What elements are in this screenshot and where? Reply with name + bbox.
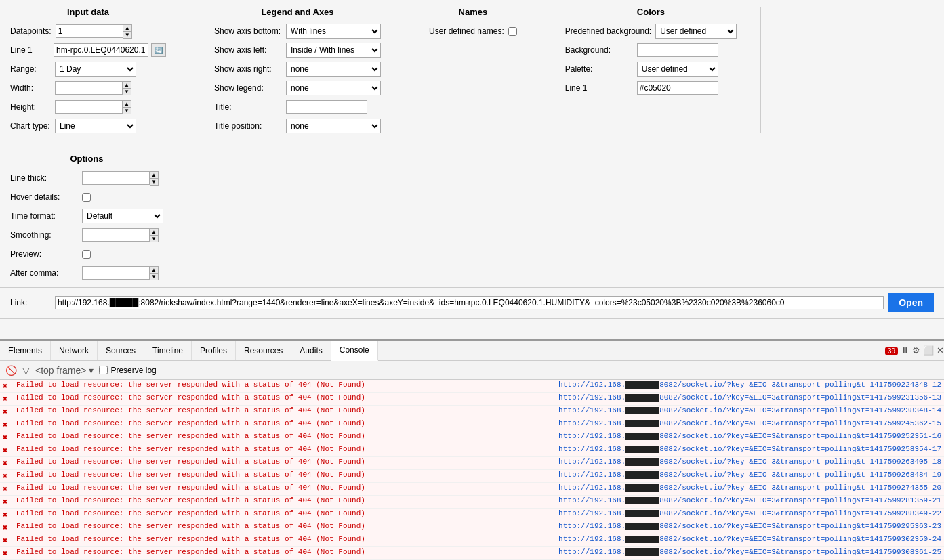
smoothing-spinner[interactable]: ▲▼ [150, 228, 159, 242]
after-comma-row: After comma: ▲▼ [10, 265, 163, 280]
predefined-bg-label: Predefined background: [565, 26, 651, 36]
colors-title: Colors [565, 7, 737, 17]
devtools-tab-icons: 39 ⏸ ⚙ ⬜ ✕ [885, 345, 944, 356]
after-comma-input[interactable] [82, 266, 150, 280]
datapoints-row: Datapoints: ▲▼ [10, 24, 166, 39]
title-position-select[interactable]: none left right center [286, 119, 381, 133]
hover-details-checkbox[interactable] [82, 193, 91, 202]
top-frame-selector[interactable]: <top frame> ▾ [35, 365, 94, 376]
devtools-tab-bar: Elements Network Sources Timeline Profil… [0, 341, 944, 361]
console-msg-8: Failed to load resource: the server resp… [16, 471, 554, 479]
tab-network[interactable]: Network [51, 341, 98, 360]
line-thick-spinner[interactable]: ▲▼ [150, 171, 159, 186]
predefined-bg-select[interactable]: User defined White Dark [655, 24, 737, 39]
title-row: Title: [214, 100, 381, 114]
datapoints-input[interactable] [56, 24, 123, 38]
height-input-wrapper: ▲▼ [55, 100, 131, 114]
open-button[interactable]: Open [888, 293, 934, 312]
tab-elements[interactable]: Elements [0, 341, 51, 360]
preserve-log-checkbox[interactable] [99, 366, 108, 374]
show-legend-row: Show legend: none top bottom [214, 81, 381, 95]
background-input[interactable] [637, 43, 718, 57]
tab-resources[interactable]: Resources [236, 341, 291, 360]
time-format-select[interactable]: Default HH:mm DD.MM HH:mm [82, 209, 163, 223]
legend-axes-title: Legend and Axes [214, 7, 381, 17]
width-input[interactable] [55, 81, 123, 95]
show-axis-right-label: Show axis right: [214, 64, 282, 74]
height-label: Height: [10, 102, 51, 112]
palette-select[interactable]: User defined [637, 62, 718, 77]
tab-audits[interactable]: Audits [291, 341, 331, 360]
tab-profiles[interactable]: Profiles [192, 341, 236, 360]
error-icon-2: ✖ [3, 394, 12, 404]
smoothing-wrapper: ▲▼ [82, 228, 159, 242]
hover-details-label: Hover details: [10, 192, 78, 202]
background-row: Background: [565, 43, 737, 58]
link-bar: Link: Open [0, 288, 944, 319]
toolbar-stop-icon[interactable]: 🚫 [5, 365, 17, 376]
line1-color-label: Line 1 [565, 83, 633, 93]
console-url-7: http://192.168.8082/socket.io/?key=&EIO=… [558, 458, 941, 466]
console-content[interactable]: ✖ Failed to load resource: the server re… [0, 380, 944, 560]
height-spinner[interactable]: ▲▼ [123, 100, 131, 114]
console-msg-9: Failed to load resource: the server resp… [16, 483, 554, 492]
input-data-section: Input data Datapoints: ▲▼ Line 1 🔄 Range… [10, 7, 166, 133]
console-msg-5: Failed to load resource: the server resp… [16, 432, 554, 440]
names-title: Names [429, 7, 517, 17]
preview-row: Preview: [10, 246, 163, 261]
chart-title-input[interactable] [286, 100, 367, 114]
show-axis-left-label: Show axis left: [214, 45, 282, 55]
show-axis-right-row: Show axis right: none With lines Without… [214, 62, 381, 77]
error-icon-11: ✖ [3, 510, 12, 520]
line1-icon-btn[interactable]: 🔄 [151, 43, 166, 57]
charttype-row: Chart type: Line Bar [10, 119, 166, 133]
redacted-12 [625, 523, 659, 530]
console-url-11: http://192.168.8082/socket.io/?key=&EIO=… [558, 509, 941, 517]
show-legend-select[interactable]: none top bottom [286, 81, 381, 95]
console-msg-6: Failed to load resource: the server resp… [16, 445, 554, 453]
console-msg-4: Failed to load resource: the server resp… [16, 419, 554, 427]
devtools-gear-icon[interactable]: ⚙ [912, 345, 920, 356]
line1-color-input[interactable] [637, 81, 718, 95]
line-thick-label: Line thick: [10, 173, 78, 183]
devtools-panel: Elements Network Sources Timeline Profil… [0, 339, 944, 560]
link-input[interactable] [55, 296, 884, 309]
console-error-row-4: ✖ Failed to load resource: the server re… [0, 418, 944, 431]
tab-timeline[interactable]: Timeline [144, 341, 192, 360]
palette-row: Palette: User defined [565, 62, 737, 77]
colors-section: Colors Predefined background: User defin… [565, 7, 737, 133]
devtools-dock-icon[interactable]: ⬜ [923, 345, 934, 356]
console-url-2: http://192.168.8082/socket.io/?key=&EIO=… [558, 393, 941, 402]
show-axis-bottom-select[interactable]: none With lines Without lines [286, 24, 381, 39]
line1-input[interactable] [54, 43, 148, 57]
datapoints-spinner[interactable]: ▲▼ [123, 24, 132, 39]
devtools-pause-icon[interactable]: ⏸ [901, 345, 909, 356]
range-select[interactable]: 1 Day 1 Week 1 Month [55, 62, 136, 77]
tab-sources[interactable]: Sources [98, 341, 144, 360]
after-comma-spinner[interactable]: ▲▼ [150, 266, 159, 280]
console-msg-7: Failed to load resource: the server resp… [16, 458, 554, 466]
console-url-13: http://192.168.8082/socket.io/?key=&EIO=… [558, 535, 941, 543]
user-defined-names-checkbox[interactable] [508, 27, 517, 36]
show-axis-left-select[interactable]: none Inside / With lines Inside / Withou… [286, 43, 381, 58]
error-icon-7: ✖ [3, 458, 12, 469]
line-thick-input[interactable] [82, 171, 150, 185]
names-section: Names User defined names: [429, 7, 517, 133]
charttype-select[interactable]: Line Bar [55, 119, 136, 133]
toolbar-filter-icon[interactable]: ▽ [22, 365, 30, 376]
console-url-6: http://192.168.8082/socket.io/?key=&EIO=… [558, 445, 941, 453]
smoothing-input[interactable] [82, 228, 150, 242]
legend-axes-section: Legend and Axes Show axis bottom: none W… [214, 7, 381, 133]
width-spinner[interactable]: ▲▼ [123, 81, 131, 95]
user-defined-names-row: User defined names: [429, 24, 517, 39]
devtools-close-icon[interactable]: ✕ [937, 345, 944, 356]
console-url-3: http://192.168.8082/socket.io/?key=&EIO=… [558, 406, 941, 414]
error-icon-14: ✖ [3, 548, 12, 559]
width-input-wrapper: ▲▼ [55, 81, 131, 95]
show-axis-right-select[interactable]: none With lines Without lines [286, 62, 381, 77]
tab-console[interactable]: Console [331, 341, 378, 361]
line1-label: Line 1 [10, 45, 51, 55]
preview-checkbox[interactable] [82, 250, 91, 259]
console-error-row-12: ✖ Failed to load resource: the server re… [0, 521, 944, 534]
height-input[interactable] [55, 100, 123, 114]
